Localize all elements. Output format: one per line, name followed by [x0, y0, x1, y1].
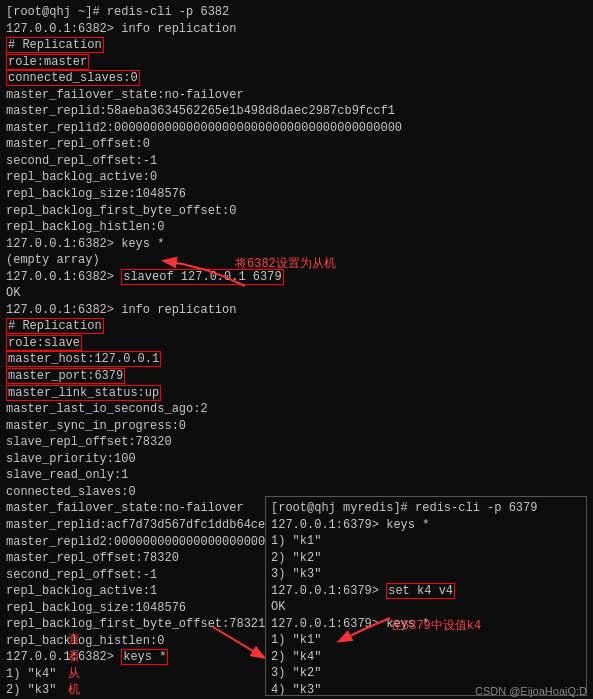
- terminal-line: repl_backlog_histlen:0: [6, 219, 587, 236]
- right-terminal-line: 127.0.0.1:6379> keys *: [271, 616, 581, 633]
- highlight-master-port: master_port:6379: [6, 368, 125, 384]
- right-terminal-line: 1) "k1": [271, 632, 581, 649]
- terminal-line: master_replid:58aeba3634562265e1b498d8da…: [6, 103, 587, 120]
- terminal-window: [root@qhj ~]# redis-cli -p 6382 127.0.0.…: [0, 0, 593, 699]
- right-terminal-line: 3) "k3": [271, 566, 581, 583]
- highlight-replication-2: # Replication: [6, 318, 104, 334]
- highlight-role-master: role:master: [6, 54, 89, 70]
- right-terminal-line: OK: [271, 599, 581, 616]
- right-terminal-line: 2) "k2": [271, 550, 581, 567]
- master-host-line: master_host:127.0.0.1: [6, 351, 587, 368]
- terminal-line: master_failover_state:no-failover: [6, 87, 587, 104]
- role-master-line: role:master: [6, 54, 587, 71]
- master-port-line: master_port:6379: [6, 368, 587, 385]
- replication-header-2: # Replication: [6, 318, 587, 335]
- right-set-k4-line: 127.0.0.1:6379> set k4 v4: [271, 583, 581, 600]
- highlight-replication-1: # Replication: [6, 37, 104, 53]
- terminal-line: second_repl_offset:-1: [6, 153, 587, 170]
- terminal-line: slave_read_only:1: [6, 467, 587, 484]
- highlight-master-link: master_link_status:up: [6, 385, 161, 401]
- terminal-line: 127.0.0.1:6382> info replication: [6, 21, 587, 38]
- terminal-line: master_sync_in_progress:0: [6, 418, 587, 435]
- role-slave-line: role:slave: [6, 335, 587, 352]
- right-terminal-line: 2) "k4": [271, 649, 581, 666]
- right-terminal-line: 1) "k1": [271, 533, 581, 550]
- connected-slaves-line: connected_slaves:0: [6, 70, 587, 87]
- terminal-line: master_repl_offset:0: [6, 136, 587, 153]
- right-terminal-line: [root@qhj myredis]# redis-cli -p 6379: [271, 500, 581, 517]
- highlight-set-k4: set k4 v4: [386, 583, 455, 599]
- terminal-line: repl_backlog_size:1048576: [6, 186, 587, 203]
- highlight-master-host: master_host:127.0.0.1: [6, 351, 161, 367]
- right-terminal-panel: [root@qhj myredis]# redis-cli -p 6379 12…: [265, 496, 587, 696]
- right-terminal-line: 3) "k2": [271, 665, 581, 682]
- right-terminal-line: 127.0.0.1:6379> keys *: [271, 517, 581, 534]
- terminal-line: [root@qhj ~]# redis-cli -p 6382: [6, 4, 587, 21]
- terminal-line: master_replid2:0000000000000000000000000…: [6, 120, 587, 137]
- highlight-keys: keys *: [121, 649, 168, 665]
- replication-header-1: # Replication: [6, 37, 587, 54]
- master-link-line: master_link_status:up: [6, 385, 587, 402]
- terminal-line: repl_backlog_first_byte_offset:0: [6, 203, 587, 220]
- terminal-line: 127.0.0.1:6382> keys *: [6, 236, 587, 253]
- terminal-line: slave_priority:100: [6, 451, 587, 468]
- terminal-line: repl_backlog_active:0: [6, 169, 587, 186]
- terminal-line: slave_repl_offset:78320: [6, 434, 587, 451]
- highlight-slaveof: slaveof 127.0.0.1 6379: [121, 269, 283, 285]
- highlight-connected-slaves: connected_slaves:0: [6, 70, 140, 86]
- terminal-line: 127.0.0.1:6382> info replication: [6, 302, 587, 319]
- terminal-line: OK: [6, 285, 587, 302]
- watermark: CSDN @EijoaHoaiQ:D: [475, 685, 587, 697]
- highlight-role-slave: role:slave: [6, 335, 82, 351]
- terminal-line: (empty array): [6, 252, 587, 269]
- terminal-line: master_last_io_seconds_ago:2: [6, 401, 587, 418]
- slaveof-line: 127.0.0.1:6382> slaveof 127.0.0.1 6379: [6, 269, 587, 286]
